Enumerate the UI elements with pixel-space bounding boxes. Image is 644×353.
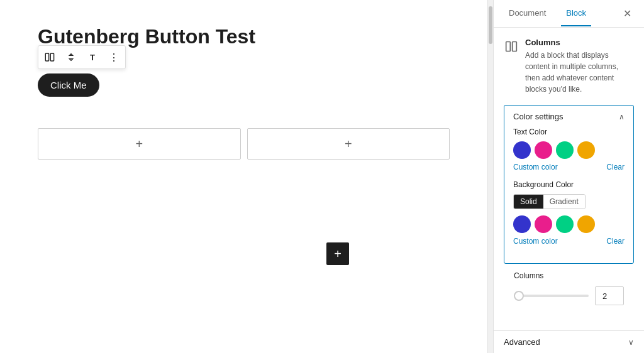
toolbar-type-button[interactable]: T xyxy=(82,47,103,67)
bg-color-label: Background Color xyxy=(513,180,625,189)
add-block-button[interactable]: + xyxy=(326,242,349,265)
color-settings-chevron: ∧ xyxy=(619,112,625,121)
block-toolbar: T ⋮ xyxy=(38,45,126,69)
block-container: T ⋮ Click Me + + xyxy=(38,73,450,160)
color-settings-section: Color settings ∧ Text Color Custom color… xyxy=(504,105,634,264)
panel-close-button[interactable]: ✕ xyxy=(621,5,634,22)
columns-section-label: Columns xyxy=(514,271,624,280)
right-panel: Document Block ✕ Columns Add a block tha… xyxy=(493,0,644,353)
panel-tabs: Document Block ✕ xyxy=(494,0,644,28)
block-description: Add a block that displays content in mul… xyxy=(525,50,634,95)
toolbar-move-button[interactable] xyxy=(61,47,81,67)
text-color-pink[interactable] xyxy=(535,141,552,159)
text-clear-link[interactable]: Clear xyxy=(606,163,625,171)
bg-clear-link[interactable]: Clear xyxy=(606,237,625,246)
tab-document[interactable]: Document xyxy=(504,1,551,26)
toolbar-more-button[interactable]: ⋮ xyxy=(104,47,124,67)
scrollbar-track xyxy=(488,0,493,353)
svg-rect-2 xyxy=(506,42,511,52)
column-1-add-icon: + xyxy=(135,137,143,151)
add-block-icon: + xyxy=(334,247,341,261)
svg-rect-0 xyxy=(45,53,48,61)
columns-input[interactable] xyxy=(595,286,624,305)
advanced-chevron-icon: ∨ xyxy=(628,338,634,347)
text-custom-color-link[interactable]: Custom color xyxy=(513,163,558,171)
bg-color-green[interactable] xyxy=(556,215,574,233)
bg-color-pink[interactable] xyxy=(535,215,552,233)
color-settings-header[interactable]: Color settings ∧ xyxy=(504,106,633,128)
button-block[interactable]: Click Me xyxy=(38,73,99,97)
block-header: Columns Add a block that displays conten… xyxy=(504,38,634,95)
column-2-add-icon: + xyxy=(345,137,352,151)
bg-color-blue[interactable] xyxy=(513,215,531,233)
tab-block[interactable]: Block xyxy=(561,1,591,26)
text-color-actions: Custom color Clear xyxy=(513,163,625,171)
columns-slider-row xyxy=(514,286,624,305)
block-name: Columns xyxy=(525,38,634,47)
color-settings-body: Text Color Custom color Clear Background… xyxy=(504,128,633,263)
solid-tab[interactable]: Solid xyxy=(514,195,543,209)
advanced-label: Advanced xyxy=(504,337,540,347)
block-icon xyxy=(504,39,519,54)
text-color-blue[interactable] xyxy=(513,141,531,159)
columns-slider[interactable] xyxy=(514,295,589,297)
columns-wrapper: + + xyxy=(38,128,450,160)
bg-custom-color-link[interactable]: Custom color xyxy=(513,237,558,246)
gradient-tab[interactable]: Gradient xyxy=(543,195,585,209)
button-text: Click Me xyxy=(50,80,87,90)
solid-gradient-tabs: Solid Gradient xyxy=(513,194,586,209)
text-color-swatches xyxy=(513,141,625,159)
toolbar-columns-button[interactable] xyxy=(40,47,60,67)
bg-color-actions: Custom color Clear xyxy=(513,237,625,246)
outer-columns-section: Columns xyxy=(504,271,634,315)
panel-content: Columns Add a block that displays conten… xyxy=(494,28,644,330)
color-settings-label: Color settings xyxy=(513,112,563,121)
bg-color-swatches xyxy=(513,215,625,233)
text-color-label: Text Color xyxy=(513,128,625,136)
text-color-orange[interactable] xyxy=(577,141,595,159)
editor-canvas: Gutenberg Button Test T ⋮ xyxy=(0,0,488,353)
block-info: Columns Add a block that displays conten… xyxy=(525,38,634,95)
text-color-green[interactable] xyxy=(556,141,574,159)
slider-thumb[interactable] xyxy=(514,291,524,301)
svg-rect-3 xyxy=(513,42,517,52)
bg-color-orange[interactable] xyxy=(577,215,595,233)
advanced-section[interactable]: Advanced ∨ xyxy=(494,330,644,353)
svg-rect-1 xyxy=(50,53,53,61)
column-2-block[interactable]: + xyxy=(247,128,450,160)
scrollbar-thumb[interactable] xyxy=(489,6,492,44)
column-1-block[interactable]: + xyxy=(38,128,241,160)
